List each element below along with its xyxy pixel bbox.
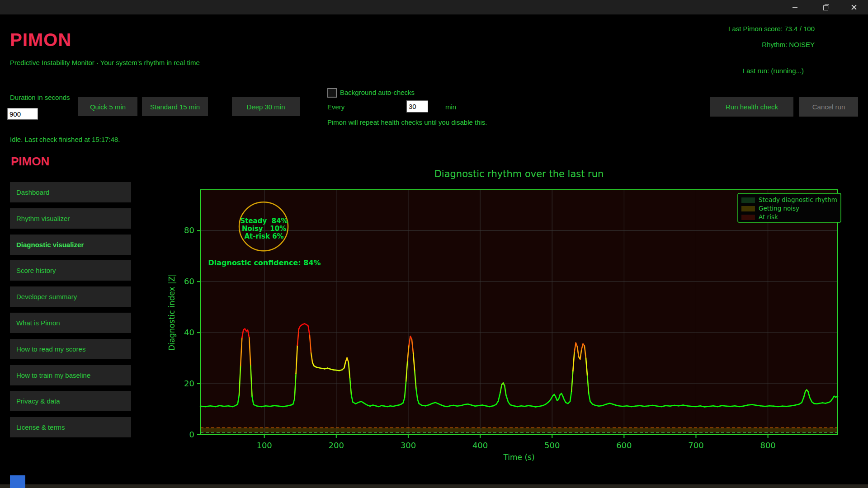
duration-label: Duration in seconds [10,94,70,101]
svg-text:600: 600 [616,441,632,450]
svg-text:Noisy 10%: Noisy 10% [242,225,286,233]
min-label: min [445,103,456,111]
svg-text:40: 40 [184,328,194,337]
close-icon [851,5,857,10]
preset-deep-30-min-button[interactable]: Deep 30 min [232,97,300,116]
svg-text:Steady diagnostic rhythm: Steady diagnostic rhythm [759,196,837,203]
svg-text:200: 200 [329,441,344,450]
pimon-app-window: { "window": { "titlebar_color": "#1f1f1f… [0,0,868,488]
svg-text:At risk: At risk [759,213,778,221]
app-subtitle: Predictive Instability Monitor · Your sy… [10,59,200,66]
every-minutes-input[interactable] [406,100,428,113]
last-score-text: Last Pimon score: 73.4 / 100 [728,25,815,33]
svg-text:0: 0 [189,430,194,439]
titlebar [0,0,868,14]
svg-text:100: 100 [256,441,272,450]
minimize-icon [793,7,797,8]
autocheck-note: Pimon will repeat health checks until yo… [327,118,487,126]
minimize-button[interactable] [784,0,805,14]
svg-text:400: 400 [472,441,488,450]
every-label: Every [327,103,344,111]
last-run-text: Last run: (running...) [743,67,804,75]
diagnostic-rhythm-chart: 100200300400500600700800020406080Diagnos… [0,154,868,470]
preset-quick-5-min-button[interactable]: Quick 5 min [78,97,137,116]
cancel-run-button[interactable]: Cancel run [799,97,858,117]
restore-icon [823,5,828,10]
restore-button[interactable] [816,0,836,14]
duration-input[interactable] [7,108,38,120]
run-health-check-button[interactable]: Run health check [710,97,793,117]
svg-text:Steady 84%: Steady 84% [240,217,288,225]
rhythm-text: Rhythm: NOISEY [762,41,815,48]
svg-text:500: 500 [544,441,560,450]
close-button[interactable] [844,0,864,14]
svg-text:80: 80 [184,225,194,235]
background-autochecks-label: Background auto-checks [340,89,415,96]
svg-text:Getting noisy: Getting noisy [759,205,799,212]
background-autochecks-checkbox[interactable] [327,88,337,98]
svg-text:At-risk 6%: At-risk 6% [244,232,283,240]
taskbar-strip [0,484,868,488]
preset-standard-15-min-button[interactable]: Standard 15 min [142,97,208,116]
chart-ylabel: Diagnostic index |Z| [167,274,176,351]
svg-text:20: 20 [184,379,194,388]
svg-text:60: 60 [184,277,194,286]
svg-text:700: 700 [688,441,703,450]
taskbar-icon[interactable] [10,475,25,488]
chart-xlabel: Time (s) [503,453,534,462]
svg-text:300: 300 [401,441,416,450]
chart-title: Diagnostic rhythm over the last run [434,169,604,179]
svg-text:800: 800 [760,441,775,450]
diagnostic-confidence-text: Diagnostic confidence: 84% [208,258,321,267]
status-text: Idle. Last check finished at 15:17:48. [10,136,120,143]
app-title: PIMON [10,30,71,50]
